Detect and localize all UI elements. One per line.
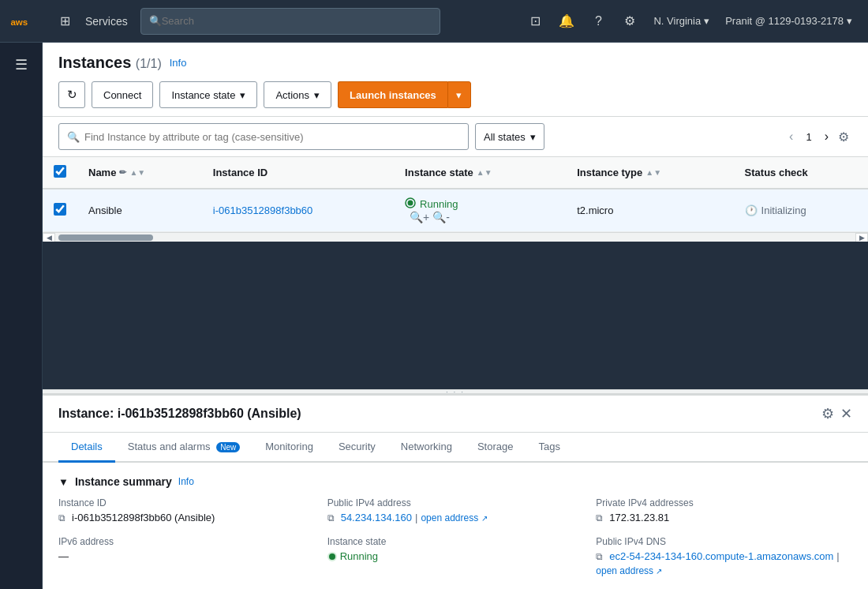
copy-icon-ipv4[interactable]: ⧉ xyxy=(327,512,335,523)
nav-search-input[interactable] xyxy=(162,15,432,27)
instances-table: Name ✏ ▲▼ Instance ID xyxy=(43,157,868,232)
nav-icon-screen[interactable]: ⊡ xyxy=(521,7,549,36)
col-instance-type: Instance type ▲▼ xyxy=(566,157,733,189)
instance-type-value: t2.micro xyxy=(577,204,613,216)
aws-logo[interactable]: aws xyxy=(9,7,38,36)
search-box[interactable]: 🔍 xyxy=(58,123,469,150)
detail-close-button[interactable]: ✕ xyxy=(840,405,852,422)
chevron-down-icon: ▾ xyxy=(240,89,245,101)
nav-icon-settings[interactable]: ⚙ xyxy=(615,7,644,36)
col-name-label: Name xyxy=(88,167,116,178)
open-address-link[interactable]: open address ↗ xyxy=(421,512,487,523)
copy-icon-dns[interactable]: ⧉ xyxy=(596,551,603,562)
tab-storage[interactable]: Storage xyxy=(465,433,526,463)
col-type-sort-icon[interactable]: ▲▼ xyxy=(645,168,661,177)
table-scrollbar[interactable]: ◀ ▶ xyxy=(43,232,868,242)
nav-account[interactable]: Pranit @ 1129-0193-2178 ▾ xyxy=(719,12,859,30)
tab-networking[interactable]: Networking xyxy=(388,433,465,463)
zoom-in-icon[interactable]: 🔍+ xyxy=(410,211,429,223)
refresh-icon: ↻ xyxy=(67,88,77,102)
instance-state-badge: Running xyxy=(327,550,378,562)
row-status-check: 🕐 Initializing xyxy=(734,189,868,232)
next-page-button[interactable]: › xyxy=(821,126,832,147)
actions-button[interactable]: Actions ▾ xyxy=(264,81,331,108)
chevron-down-icon: ▾ xyxy=(530,131,536,143)
table-header-row: Name ✏ ▲▼ Instance ID xyxy=(43,157,868,189)
public-dns-value[interactable]: ec2-54-234-134-160.compute-1.amazonaws.c… xyxy=(609,550,833,562)
edit-icon[interactable]: ✏ xyxy=(119,167,126,178)
states-dropdown[interactable]: All states ▾ xyxy=(475,123,544,150)
content: Instances (1/1) Info ↻ Connect Instance … xyxy=(43,43,868,589)
sidebar-menu-button[interactable]: ☰ xyxy=(6,49,37,81)
instances-table-container: Name ✏ ▲▼ Instance ID xyxy=(43,157,868,242)
pagination: ‹ 1 › ⚙ xyxy=(786,126,852,148)
tab-monitoring-label: Monitoring xyxy=(265,441,313,452)
public-ipv4-value[interactable]: 54.234.134.160 xyxy=(341,512,412,523)
col-status-check-label: Status check xyxy=(745,167,808,178)
col-name-sort-icon[interactable]: ▲▼ xyxy=(129,168,145,177)
svg-text:aws: aws xyxy=(10,17,28,27)
search-input[interactable] xyxy=(84,131,460,143)
col-state-sort-icon[interactable]: ▲▼ xyxy=(477,168,492,177)
tab-security[interactable]: Security xyxy=(326,433,388,463)
services-nav[interactable]: Services xyxy=(85,15,128,28)
col-instance-state: Instance state ▲▼ xyxy=(394,157,566,189)
copy-icon[interactable]: ⧉ xyxy=(58,512,65,523)
zoom-out-icon[interactable]: 🔍- xyxy=(432,211,450,223)
nav-search-box[interactable]: 🔍 xyxy=(140,8,440,35)
chevron-down-icon: ▾ xyxy=(314,89,320,101)
private-ipv4-value: 172.31.23.81 xyxy=(609,512,669,523)
detail-settings-button[interactable]: ⚙ xyxy=(821,405,834,422)
private-ipv4-value-row: ⧉ 172.31.23.81 xyxy=(596,512,852,523)
scrollbar-thumb[interactable] xyxy=(58,234,153,241)
scroll-left-btn[interactable]: ◀ xyxy=(43,233,55,242)
copy-icon-private[interactable]: ⧉ xyxy=(596,512,603,523)
external-link-icon: ↗ xyxy=(481,514,488,523)
prev-page-button[interactable]: ‹ xyxy=(786,126,796,147)
connect-label: Connect xyxy=(103,89,141,101)
refresh-button[interactable]: ↻ xyxy=(58,81,85,108)
detail-private-ipv4: Private IPv4 addresses ⧉ 172.31.23.81 xyxy=(596,497,852,523)
grid-icon-button[interactable]: ⊞ xyxy=(51,7,79,36)
col-status-check: Status check xyxy=(734,157,868,189)
tab-monitoring[interactable]: Monitoring xyxy=(253,433,326,463)
table-row[interactable]: Ansible i-061b3512898f3bb60 Ru xyxy=(43,189,868,232)
open-address2-label: open address xyxy=(596,565,653,576)
sidebar: ☰ xyxy=(0,43,43,589)
col-instance-type-label: Instance type xyxy=(577,167,642,178)
search-icon: 🔍 xyxy=(67,131,80,143)
open-address-link-2[interactable]: open address ↗ xyxy=(596,565,662,576)
tab-tags[interactable]: Tags xyxy=(526,433,572,463)
chevron-down-icon: ▾ xyxy=(704,15,709,27)
info-link[interactable]: Info xyxy=(170,57,187,69)
collapse-icon[interactable]: ▼ xyxy=(58,476,69,488)
select-all-checkbox[interactable] xyxy=(54,165,66,178)
nav-region[interactable]: N. Virginia ▾ xyxy=(647,12,716,30)
public-ipv4-value-row: ⧉ 54.234.134.160 | open address ↗ xyxy=(327,512,584,523)
row-checkbox[interactable] xyxy=(54,203,66,216)
summary-info-link[interactable]: Info xyxy=(178,476,194,487)
instance-id-link[interactable]: i-061b3512898f3bb60 xyxy=(213,204,313,216)
ipv6-label: IPv6 address xyxy=(58,536,315,547)
row-state: Running 🔍+ 🔍- xyxy=(394,189,566,232)
nav-icon-help[interactable]: ? xyxy=(584,7,612,36)
launch-instances-button[interactable]: Launch instances xyxy=(338,81,447,108)
filter-row: 🔍 All states ▾ ‹ 1 › ⚙ xyxy=(43,117,868,157)
public-ipv4-label: Public IPv4 address xyxy=(327,497,584,508)
launch-instances-dropdown[interactable]: ▾ xyxy=(447,81,471,108)
instance-state-button[interactable]: Instance state ▾ xyxy=(159,81,257,108)
launch-label: Launch instances xyxy=(350,89,436,101)
nav-icon-bell[interactable]: 🔔 xyxy=(552,7,581,36)
tab-status-alarms[interactable]: Status and alarms New xyxy=(115,433,253,463)
tab-details[interactable]: Details xyxy=(58,433,115,463)
connect-button[interactable]: Connect xyxy=(92,81,153,108)
detail-panel: Instance: i-061b3512898f3bb60 (Ansible) … xyxy=(43,394,868,589)
scroll-right-btn[interactable]: ▶ xyxy=(855,233,868,242)
clock-icon: 🕐 xyxy=(745,204,758,216)
search-icon: 🔍 xyxy=(149,15,162,27)
detail-header-actions: ⚙ ✕ xyxy=(821,405,852,432)
running-circle-icon xyxy=(405,197,416,211)
services-label: Services xyxy=(85,15,128,28)
table-settings-button[interactable]: ⚙ xyxy=(835,126,852,148)
tab-status-label: Status and alarms xyxy=(128,441,211,452)
